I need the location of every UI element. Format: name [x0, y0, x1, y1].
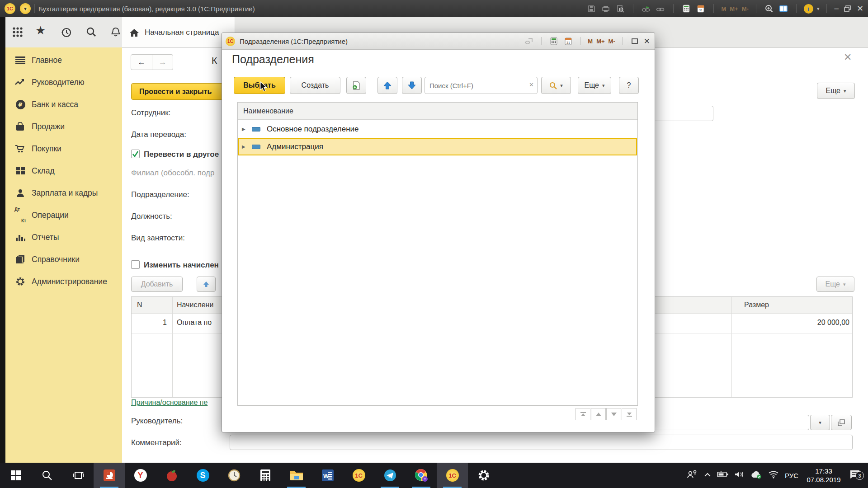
post-and-close-button[interactable]: Провести и закрыть [131, 83, 235, 100]
manager-open-button[interactable] [831, 415, 852, 430]
language-indicator[interactable]: РУС [785, 472, 798, 479]
go-next-button[interactable] [606, 408, 621, 420]
report-icon[interactable] [524, 36, 534, 47]
sidebar-item-directories[interactable]: Справочники [5, 249, 122, 269]
taskbar-apple-app[interactable] [156, 463, 187, 488]
action-center-icon[interactable]: 3 [849, 469, 861, 482]
taskbar-search-button[interactable] [31, 463, 62, 488]
print-icon[interactable] [600, 3, 611, 14]
start-button[interactable] [0, 463, 31, 488]
form-close-icon[interactable]: ✕ [844, 52, 852, 63]
select-button[interactable]: Выбрать [234, 77, 285, 94]
sidebar-item-manager[interactable]: Руководителю [5, 72, 122, 92]
search-icon[interactable] [85, 26, 98, 41]
go-prev-button[interactable] [591, 408, 606, 420]
move-row-up-button[interactable] [197, 277, 216, 292]
list-header[interactable]: Наименование [238, 103, 637, 120]
zoom-icon[interactable] [764, 3, 774, 14]
memory-m-button[interactable]: М [721, 5, 726, 12]
close-button[interactable]: ✕ [857, 4, 863, 14]
memory-m-button[interactable]: М [588, 38, 593, 45]
clock[interactable]: 17:3307.08.2019 [804, 467, 843, 484]
sidebar-item-warehouse[interactable]: Склад [5, 161, 122, 181]
wifi-icon[interactable] [768, 470, 779, 480]
taskbar-1c[interactable]: 1С [343, 463, 374, 488]
sidebar-item-reports[interactable]: Отчеты [5, 227, 122, 247]
create-button[interactable]: Создать [290, 77, 340, 94]
taskbar-telegram[interactable] [374, 463, 406, 488]
cloud-sync-icon[interactable] [750, 470, 762, 481]
calendar-icon[interactable]: 31 [563, 36, 574, 47]
preview-icon[interactable] [615, 3, 626, 14]
table-more-button[interactable]: Еще▾ [816, 277, 854, 292]
list-item[interactable]: ▶ Основное подразделение [238, 120, 637, 138]
get-link-icon[interactable] [641, 3, 651, 14]
transfer-checkbox[interactable] [131, 150, 140, 158]
taskbar-settings[interactable] [468, 463, 499, 488]
move-up-button[interactable] [377, 77, 397, 94]
back-button[interactable]: ← [131, 55, 152, 70]
taskbar-1c-active[interactable]: 1С [437, 463, 468, 488]
info-dropdown-icon[interactable]: ▾ [817, 6, 820, 12]
split-panel-icon[interactable] [778, 3, 789, 14]
taskbar-word[interactable]: W [312, 463, 343, 488]
expand-icon[interactable]: ▶ [242, 144, 247, 149]
go-last-button[interactable] [622, 408, 637, 420]
form-more-button[interactable]: Еще▾ [817, 83, 855, 99]
forward-button[interactable]: → [152, 55, 173, 70]
sidebar-item-main[interactable]: Главное [5, 50, 122, 70]
volume-icon[interactable] [735, 470, 745, 480]
calculator-icon[interactable] [681, 3, 692, 14]
memory-mminus-button[interactable]: М- [742, 5, 749, 12]
sidebar-item-purchases[interactable]: Покупки [5, 139, 122, 159]
dialog-more-button[interactable]: Еще▾ [578, 77, 611, 94]
memory-mplus-button[interactable]: М+ [596, 38, 604, 45]
go-first-button[interactable] [576, 408, 590, 420]
go-link-icon[interactable] [655, 3, 666, 14]
move-down-button[interactable] [402, 77, 422, 94]
apps-grid-icon[interactable] [12, 26, 24, 40]
favorites-star-icon[interactable]: ★ [35, 23, 46, 38]
reason-link[interactable]: Причина/основание пе [131, 399, 222, 407]
tab-home[interactable]: Начальная страница [122, 17, 235, 47]
add-row-button[interactable]: Добавить [131, 277, 183, 292]
create-group-button[interactable] [346, 77, 366, 94]
col-amount[interactable]: Размер [744, 301, 769, 309]
change-accrual-checkbox[interactable] [131, 260, 140, 269]
sidebar-item-administration[interactable]: Администрирование [5, 272, 122, 291]
expand-icon[interactable]: ▶ [242, 127, 247, 131]
taskbar-browser[interactable]: T [406, 463, 437, 488]
battery-icon[interactable] [717, 471, 729, 480]
task-view-button[interactable] [62, 463, 94, 488]
memory-mminus-button[interactable]: М- [609, 38, 615, 45]
hidden-icons-chevron[interactable] [704, 471, 711, 479]
minimize-button[interactable]: – [834, 4, 838, 13]
main-menu-dropdown-icon[interactable]: ▼ [20, 3, 31, 14]
notifications-bell-icon[interactable] [109, 26, 122, 41]
memory-mplus-button[interactable]: М+ [730, 5, 738, 12]
search-options-button[interactable]: ▾ [541, 77, 571, 94]
people-icon[interactable] [686, 469, 698, 481]
calendar-icon[interactable]: 31 [695, 3, 706, 14]
restore-button[interactable] [842, 3, 853, 14]
maximize-button[interactable] [629, 36, 640, 47]
manager-dropdown-button[interactable]: ▾ [810, 415, 830, 430]
taskbar-skype[interactable]: S [187, 463, 218, 488]
taskbar-powerpoint[interactable] [94, 463, 125, 488]
calculator-icon[interactable] [548, 36, 559, 47]
dialog-close-button[interactable]: ✕ [644, 37, 650, 46]
taskbar-file-explorer[interactable] [281, 463, 312, 488]
taskbar-clock-app[interactable] [218, 463, 250, 488]
sidebar-item-salary-hr[interactable]: Зарплата и кадры [5, 183, 122, 203]
save-icon[interactable] [586, 3, 597, 14]
taskbar-calculator[interactable] [250, 463, 281, 488]
list-item-selected[interactable]: ▶ Администрация [238, 138, 637, 155]
help-button[interactable]: ? [619, 77, 639, 94]
info-icon[interactable]: i [804, 4, 813, 14]
taskbar-yandex[interactable]: Y [125, 463, 156, 488]
sidebar-item-bank[interactable]: ₽Банк и касса [5, 94, 122, 114]
history-icon[interactable] [60, 26, 72, 41]
comment-input[interactable] [230, 435, 853, 450]
col-n[interactable]: N [137, 301, 142, 309]
search-input[interactable] [429, 78, 523, 93]
